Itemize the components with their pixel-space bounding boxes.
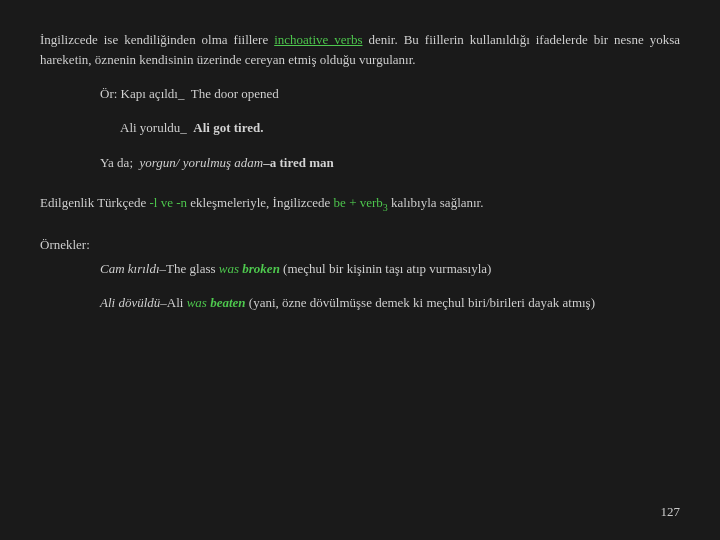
cam-english-before: The glass xyxy=(166,261,219,276)
inchoative-label: inchoative verbs xyxy=(274,32,362,47)
be-verb-text: be + verb3 xyxy=(334,195,388,210)
example-ali-text: Ali yoruldu_ Ali got tired. xyxy=(120,120,263,135)
page-container: İngilizcede ise kendiliğinden olma fiill… xyxy=(0,0,720,540)
example-kapi: Ör: Kapı açıldı_ The door opened xyxy=(100,84,680,104)
example-kapi-text: Ör: Kapı açıldı_ The door opened xyxy=(100,86,279,101)
page-number: 127 xyxy=(661,502,681,522)
ali-english-before: Ali xyxy=(167,295,187,310)
intro-paragraph: İngilizcede ise kendiliğinden olma fiill… xyxy=(40,30,680,70)
ali-was: was xyxy=(187,295,207,310)
cam-was: was xyxy=(219,261,239,276)
edilgenlik-end: kalıbıyla sağlanır. xyxy=(388,195,484,210)
example-yada: Ya da; yorgun/ yorulmuş adam–a tired man xyxy=(100,153,680,173)
edilgenlik-before: Edilgenlik Türkçede xyxy=(40,195,150,210)
ali-beaten: beaten xyxy=(210,295,245,310)
cam-turkish: Cam kırıldı– xyxy=(100,261,166,276)
example-ali-tired: Ali yoruldu_ Ali got tired. xyxy=(120,118,680,138)
ornekler-label: Örnekler: xyxy=(40,235,680,255)
l-ve-n-text: -l ve -n xyxy=(150,195,188,210)
ornekler-text: Örnekler: xyxy=(40,237,90,252)
ali-turkish: Ali dövüldü– xyxy=(100,295,167,310)
cam-note: (meçhul bir kişinin taşı atıp vurmasıyla… xyxy=(280,261,492,276)
example-ali-beaten: Ali dövüldü–Ali was beaten (yani, özne d… xyxy=(100,293,680,313)
ali-note: (yani, özne dövülmüşse demek ki meçhul b… xyxy=(246,295,595,310)
text-before-inchoative: İngilizcede ise kendiliğinden olma fiill… xyxy=(40,32,274,47)
edilgenlik-paragraph: Edilgenlik Türkçede -l ve -n ekleşmeleri… xyxy=(40,193,680,215)
example-cam: Cam kırıldı–The glass was broken (meçhul… xyxy=(100,259,680,279)
cam-broken: broken xyxy=(242,261,280,276)
example-yada-text: Ya da; yorgun/ yorulmuş adam–a tired man xyxy=(100,155,334,170)
edilgenlik-middle: ekleşmeleriyle, İngilizcede xyxy=(187,195,334,210)
